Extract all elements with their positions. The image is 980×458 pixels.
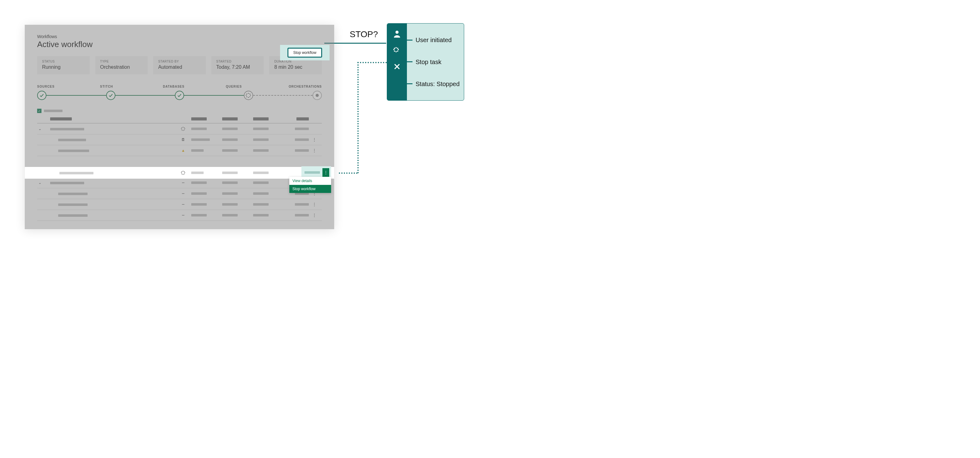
card-started-label: STARTED (216, 60, 259, 63)
annotation-item-stopped: Status: Stopped (407, 80, 460, 88)
annotation-box: User initiated Stop task Status: Stopped (387, 23, 464, 101)
table-row[interactable]: – ⋮ (37, 188, 322, 199)
placeholder-text (253, 128, 269, 130)
placeholder-text (295, 139, 309, 141)
dash-icon (407, 83, 412, 84)
placeholder-text (59, 172, 94, 174)
annotation-item-user: User initiated (407, 36, 460, 44)
table-row[interactable]: ⌄ (37, 124, 322, 134)
placeholder-text (295, 149, 309, 152)
step-connector (46, 95, 106, 96)
expand-icon[interactable]: ⌄ (38, 180, 43, 185)
placeholder-text (304, 171, 320, 174)
placeholder-text (295, 214, 309, 217)
placeholder-text (58, 214, 88, 217)
workflow-window: Workflows Active workflow STATUS Running… (25, 25, 334, 229)
pending-dot-icon (316, 94, 319, 97)
user-icon (392, 29, 402, 38)
placeholder-text (253, 214, 269, 217)
stepper-labels: SOURCES STITCH DATABASES QUERIES ORCHEST… (37, 85, 322, 88)
select-all-checkbox[interactable] (37, 109, 41, 113)
placeholder-text (253, 182, 269, 184)
annotation-rail (387, 24, 407, 101)
placeholder-text (50, 182, 84, 184)
col-header[interactable] (191, 117, 207, 120)
row-menu-button-active[interactable]: ⋮ (323, 168, 329, 177)
check-icon (108, 93, 113, 98)
close-icon (393, 62, 401, 70)
card-type-label: TYPE (100, 60, 143, 63)
row-menu-button[interactable]: ⋮ (312, 137, 317, 142)
progress-stepper (37, 91, 322, 100)
step-label-queries: QUERIES (226, 85, 289, 88)
breadcrumb[interactable]: Workflows (37, 34, 322, 39)
placeholder-text (222, 192, 238, 195)
annotation-stop-label: STOP? (350, 29, 378, 39)
table-row[interactable]: – ⋮ (37, 210, 322, 221)
check-icon (177, 93, 182, 98)
table-row[interactable]: – ⋮ (37, 199, 322, 210)
placeholder-text (191, 182, 207, 184)
step-connector (184, 95, 244, 96)
table-filter-row (37, 109, 322, 113)
annotation-item-stoptask: Stop task (407, 58, 460, 65)
annotation-text: Stop task (415, 58, 441, 65)
card-started-by: STARTED BY Automated (153, 56, 206, 74)
dash-icon: – (181, 202, 186, 207)
col-header[interactable] (296, 117, 309, 120)
table-header (37, 115, 322, 124)
expand-icon[interactable]: ⌄ (38, 127, 43, 131)
dash-icon: – (181, 213, 186, 218)
step-sources[interactable] (37, 91, 46, 100)
step-orchestrations[interactable] (313, 91, 322, 100)
step-queries[interactable] (244, 91, 253, 100)
step-label-orchestrations: ORCHESTRATIONS (289, 85, 322, 88)
table-row[interactable]: ▲ ⋮ (37, 145, 322, 156)
dash-icon: – (181, 191, 186, 196)
highlighted-row[interactable]: ⋮ View details Stop workflow (25, 167, 334, 179)
row-menu-button[interactable]: ⋮ (312, 202, 317, 207)
placeholder-text (191, 172, 204, 174)
placeholder-text (253, 192, 269, 195)
col-header[interactable] (222, 117, 238, 120)
placeholder-text (253, 172, 269, 174)
svg-point-0 (396, 31, 399, 34)
step-stitch[interactable] (106, 91, 115, 100)
annotation-connector-dotted (357, 62, 387, 63)
table-row[interactable]: 🗓 ⋮ (37, 134, 322, 145)
dropdown-view-details[interactable]: View details (290, 177, 331, 185)
placeholder-text (58, 203, 88, 206)
placeholder-text (253, 203, 269, 206)
col-header[interactable] (50, 117, 72, 120)
placeholder-text (191, 192, 207, 195)
spinner-icon (394, 47, 401, 54)
step-databases[interactable] (175, 91, 184, 100)
placeholder-text (191, 203, 207, 206)
table-row[interactable]: ⌄ – (37, 177, 322, 188)
col-header[interactable] (253, 117, 269, 120)
card-status-label: STATUS (42, 60, 85, 63)
step-connector (115, 95, 175, 96)
placeholder-text (58, 193, 88, 195)
step-label-stitch: STITCH (100, 85, 163, 88)
dropdown-stop-workflow[interactable]: Stop workflow (290, 185, 331, 193)
placeholder-text (191, 139, 210, 141)
calendar-icon: 🗓 (181, 137, 186, 142)
row-menu-button[interactable]: ⋮ (312, 148, 317, 153)
row-actions-dropdown: View details Stop workflow (290, 177, 331, 193)
dash-icon (407, 61, 412, 62)
stop-workflow-highlight: Stop workflow (280, 45, 329, 61)
placeholder-text (253, 149, 269, 152)
stop-workflow-button[interactable]: Stop workflow (288, 48, 323, 57)
card-status-value: Running (42, 64, 85, 70)
card-started: STARTED Today, 7:20 AM (212, 56, 264, 74)
card-started-value: Today, 7:20 AM (216, 64, 259, 70)
card-status: STATUS Running (37, 56, 90, 74)
card-duration-value: 8 min 20 sec (274, 64, 317, 70)
annotation-connector-dotted (357, 62, 359, 173)
placeholder-text (191, 214, 207, 217)
placeholder-text (295, 128, 309, 130)
placeholder-text (222, 214, 238, 217)
row-menu-button[interactable]: ⋮ (312, 213, 317, 218)
annotation-list: User initiated Stop task Status: Stopped (407, 24, 464, 101)
